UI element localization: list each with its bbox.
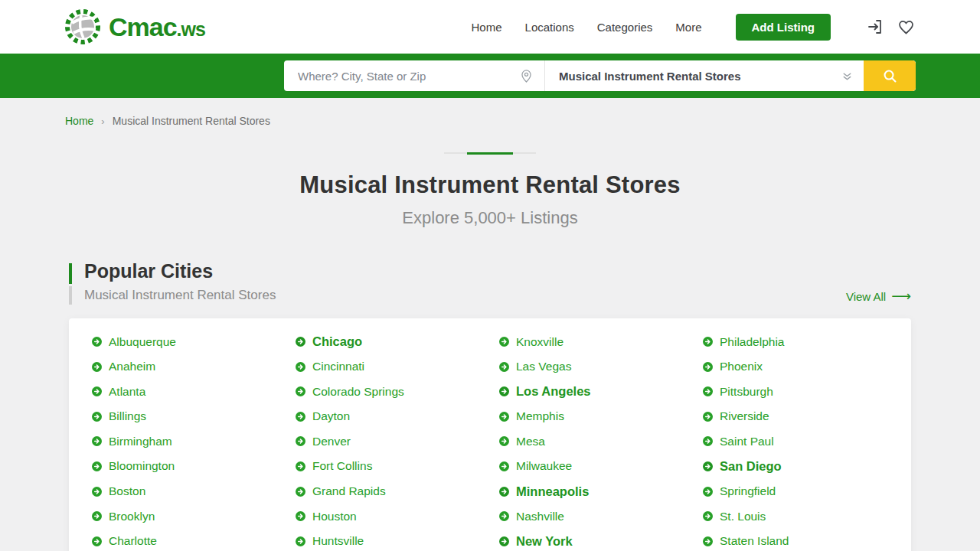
arrow-circle-right-icon — [703, 536, 713, 546]
city-link[interactable]: Springfield — [703, 484, 906, 499]
city-link[interactable]: Colorado Springs — [296, 384, 499, 399]
hero-divider — [0, 152, 980, 155]
city-link[interactable]: Albuquerque — [92, 334, 296, 349]
city-link[interactable]: New York — [499, 534, 703, 549]
city-link[interactable]: Phoenix — [703, 360, 906, 374]
arrow-circle-right-icon — [703, 412, 713, 422]
arrow-circle-right-icon — [296, 412, 305, 422]
category-select[interactable]: Musical Instrument Rental Stores — [545, 60, 864, 91]
section-title: Popular Cities — [84, 260, 276, 282]
city-link[interactable]: San Diego — [703, 459, 906, 474]
breadcrumb-home-link[interactable]: Home — [65, 115, 93, 127]
city-name: San Diego — [720, 459, 782, 474]
city-link[interactable]: Houston — [296, 509, 499, 523]
city-name: Houston — [312, 510, 357, 523]
arrow-circle-right-icon — [703, 362, 713, 372]
city-link[interactable]: St. Louis — [703, 509, 906, 523]
city-name: Mesa — [516, 435, 545, 448]
search-bar: Musical Instrument Rental Stores — [284, 60, 916, 91]
city-name: Cincinnati — [312, 360, 364, 373]
city-link[interactable]: Grand Rapids — [296, 484, 499, 499]
city-name: Birmingham — [109, 435, 172, 448]
city-name: Brooklyn — [109, 510, 155, 523]
arrow-circle-right-icon — [499, 461, 509, 471]
arrow-circle-right-icon — [92, 461, 102, 471]
arrow-right-icon: ⟶ — [891, 289, 911, 303]
city-link[interactable]: Brooklyn — [92, 509, 296, 523]
add-listing-button[interactable]: Add Listing — [736, 14, 831, 41]
city-link[interactable]: Philadelphia — [703, 334, 906, 349]
breadcrumb-separator-icon: › — [101, 116, 104, 127]
city-link[interactable]: Anaheim — [92, 360, 296, 374]
breadcrumb-current: Musical Instrument Rental Stores — [113, 115, 270, 127]
city-name: Staten Island — [720, 534, 789, 548]
logo-wordmark: Cmac.ws — [109, 12, 205, 42]
city-name: Charlotte — [109, 534, 157, 548]
city-name: Pittsburgh — [720, 385, 773, 399]
city-link[interactable]: Dayton — [296, 409, 499, 424]
site-logo[interactable]: Cmac.ws — [64, 8, 205, 46]
city-link[interactable]: Denver — [296, 434, 499, 448]
arrow-circle-right-icon — [92, 536, 102, 546]
favorites-heart-icon[interactable] — [897, 18, 916, 36]
nav-locations[interactable]: Locations — [525, 21, 574, 34]
arrow-circle-right-icon — [296, 386, 305, 396]
city-link[interactable]: Boston — [92, 484, 296, 499]
search-submit-button[interactable] — [864, 60, 916, 91]
login-icon[interactable] — [866, 18, 884, 36]
arrow-circle-right-icon — [92, 337, 102, 347]
city-link[interactable]: Milwaukee — [499, 459, 703, 474]
arrow-circle-right-icon — [499, 386, 509, 396]
city-column: Knoxville Las Vegas Los Angeles Memphis … — [499, 334, 703, 551]
city-link[interactable]: Birmingham — [92, 434, 296, 448]
city-name: Atlanta — [109, 385, 145, 399]
arrow-circle-right-icon — [499, 412, 509, 422]
city-name: Philadelphia — [720, 335, 784, 349]
arrow-circle-right-icon — [703, 511, 713, 521]
city-name: Anaheim — [109, 360, 155, 373]
nav-more[interactable]: More — [675, 21, 701, 34]
city-link[interactable]: Memphis — [499, 409, 703, 424]
city-link[interactable]: Bloomington — [92, 459, 296, 474]
header-icons — [866, 18, 916, 36]
city-link[interactable]: Riverside — [703, 409, 906, 424]
arrow-circle-right-icon — [499, 487, 509, 497]
city-column: Philadelphia Phoenix Pittsburgh Riversid… — [703, 334, 906, 551]
city-link[interactable]: Minneapolis — [499, 484, 703, 499]
city-link[interactable]: Los Angeles — [499, 384, 703, 399]
gear-globe-logo-icon — [64, 8, 103, 46]
city-link[interactable]: Huntsville — [296, 534, 499, 549]
city-link[interactable]: Charlotte — [92, 534, 296, 549]
arrow-circle-right-icon — [703, 337, 713, 347]
search-strip: Musical Instrument Rental Stores — [0, 54, 980, 98]
magnifier-icon — [882, 68, 898, 84]
city-name: Billings — [109, 409, 146, 423]
city-name: Springfield — [720, 484, 776, 498]
city-link[interactable]: Pittsburgh — [703, 384, 906, 399]
city-link[interactable]: Staten Island — [703, 534, 906, 549]
page-title: Musical Instrument Rental Stores — [0, 171, 980, 199]
city-link[interactable]: Mesa — [499, 434, 703, 448]
city-link[interactable]: Knoxville — [499, 334, 703, 349]
where-input[interactable] — [284, 70, 519, 83]
city-link[interactable]: Las Vegas — [499, 360, 703, 374]
city-name: Colorado Springs — [312, 385, 404, 399]
breadcrumb: Home › Musical Instrument Rental Stores — [0, 98, 980, 127]
city-name: Huntsville — [312, 534, 364, 548]
view-all-link[interactable]: View All ⟶ — [846, 289, 911, 305]
arrow-circle-right-icon — [92, 412, 102, 422]
city-name: Dayton — [312, 409, 350, 423]
city-link[interactable]: Fort Collins — [296, 459, 499, 474]
city-link[interactable]: Billings — [92, 409, 296, 424]
city-name: Milwaukee — [516, 459, 572, 473]
nav-categories[interactable]: Categories — [597, 21, 653, 34]
nav-home[interactable]: Home — [472, 21, 502, 34]
city-name: Los Angeles — [516, 384, 591, 399]
city-link[interactable]: Nashville — [499, 509, 703, 523]
city-link[interactable]: Atlanta — [92, 384, 296, 399]
city-link[interactable]: Saint Paul — [703, 434, 906, 448]
city-link[interactable]: Chicago — [296, 334, 499, 349]
city-link[interactable]: Cincinnati — [296, 360, 499, 374]
arrow-circle-right-icon — [296, 461, 305, 471]
cities-card: Albuquerque Anaheim Atlanta Billings Bir… — [69, 318, 911, 551]
